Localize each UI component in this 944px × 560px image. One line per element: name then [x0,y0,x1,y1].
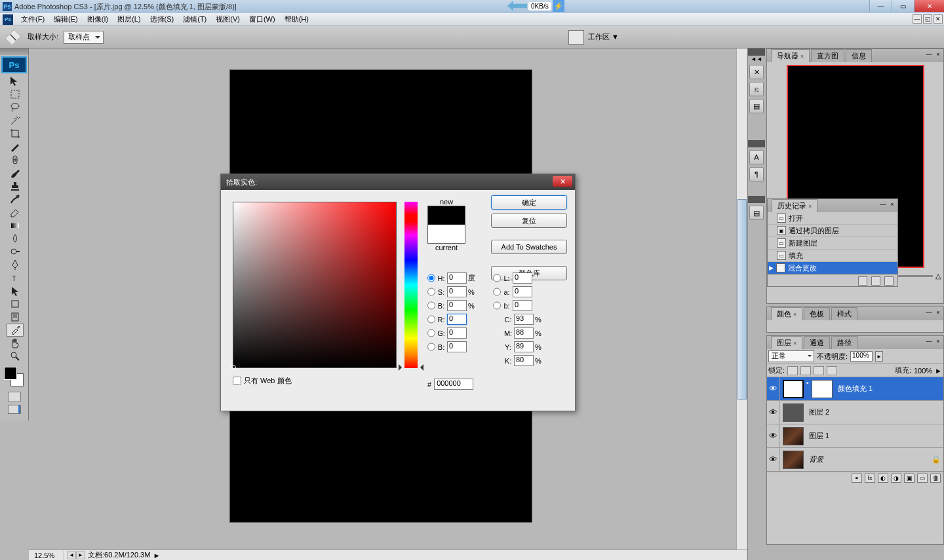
status-menu-arrow[interactable]: ► [153,551,160,559]
wand-tool[interactable] [7,114,24,127]
dock-icon-hist[interactable]: ▤ [749,206,764,220]
stamp-tool[interactable] [7,179,24,193]
layer-row[interactable]: 👁 背景 🔒 [767,448,943,472]
dock-icon-2[interactable]: ⎌ [749,82,764,96]
workspace-dropdown[interactable]: 工作区 ▼ [588,32,619,42]
menu-filter[interactable]: 滤镜(T) [179,13,210,26]
lock-brush-button[interactable] [800,366,811,375]
dock-icon-1[interactable]: ✕ [749,65,764,79]
layer-thumb[interactable] [783,380,804,398]
slice-tool[interactable] [7,140,24,153]
lasso-tool[interactable] [7,101,24,114]
sample-size-dropdown[interactable]: 取样点 [64,31,104,44]
hex-input[interactable]: 000000 [434,379,473,390]
menu-image[interactable]: 图像(I) [83,13,112,26]
history-row[interactable]: ▭新建图层 [768,237,897,250]
layer-row[interactable]: 👁 图层 2 [767,401,943,424]
eraser-tool[interactable] [7,206,24,219]
r-input[interactable]: 0 [447,314,467,325]
trash-button[interactable]: 🗑 [930,474,941,483]
group-button[interactable]: ▣ [904,474,914,483]
dock-icon-para[interactable]: ¶ [749,167,764,181]
notes-tool[interactable] [7,310,24,324]
history-row[interactable]: ▭填充 [768,250,897,262]
brush-tool[interactable] [7,166,24,179]
sv-picker[interactable] [233,202,397,368]
fx-button[interactable]: fx [865,474,875,483]
h-input[interactable]: 0 [447,272,467,284]
hue-arrow-right[interactable] [417,364,423,371]
layer-name[interactable]: 颜色填充 1 [835,384,943,394]
dialog-close-button[interactable]: ✕ [553,176,572,187]
go-bridge-button[interactable] [568,30,584,45]
pen-tool[interactable] [7,258,24,271]
radio-s[interactable] [427,288,435,296]
layer-row[interactable]: 👁 ⚬ 颜色填充 1 [767,377,943,401]
radio-a[interactable] [493,288,501,296]
layer-visibility-icon[interactable]: 👁 [767,377,780,400]
screenmode-button[interactable] [8,405,21,414]
panel-close-icon[interactable]: × [934,50,942,58]
sv-cursor[interactable] [231,365,236,370]
layer-thumb[interactable] [783,451,804,469]
history-trash-button[interactable] [884,276,894,286]
hue-slider[interactable] [404,202,418,368]
tab-histogram[interactable]: 直方图 [811,49,844,62]
history-row[interactable]: ▣通过拷贝的图层 [768,225,897,237]
radio-r[interactable] [427,315,435,324]
mask-thumb[interactable] [812,380,833,398]
menu-layer[interactable]: 图层(L) [113,13,144,26]
cancel-button[interactable]: 复位 [491,214,567,228]
doc-close-button[interactable]: ✕ [934,14,943,24]
gradient-tool[interactable] [7,219,24,232]
menu-edit[interactable]: 编辑(E) [50,13,82,26]
lock-pixel-button[interactable] [787,366,798,375]
marquee-tool[interactable] [7,88,24,101]
minimize-button[interactable]: — [869,0,892,12]
lock-all-button[interactable] [827,366,837,375]
tab-info[interactable]: 信息 [846,49,872,62]
m-input[interactable]: 88 [514,327,534,339]
y-input[interactable]: 89 [514,341,534,352]
radio-lab-b[interactable] [493,301,501,310]
vertical-scrollbar[interactable] [736,48,747,550]
ok-button[interactable]: 确定 [491,195,567,210]
panel-min-icon[interactable]: — [925,50,933,58]
web-only-checkbox[interactable] [233,377,241,385]
doc-restore-button[interactable]: ◱ [923,14,932,24]
bolt-icon[interactable]: ⚡ [553,0,564,12]
fg-color[interactable] [4,367,17,380]
close-button[interactable]: ✕ [914,0,944,12]
c-input[interactable]: 93 [514,314,534,325]
doc-minimize-button[interactable]: — [913,14,922,24]
dialog-titlebar[interactable]: 拾取实色: ✕ [221,174,575,190]
mask-button[interactable]: ◐ [878,474,888,483]
shape-tool[interactable] [7,297,24,310]
type-tool[interactable]: T [7,271,24,284]
ps-menu-icon[interactable]: Ps [3,14,13,25]
history-min-icon[interactable]: — [879,200,887,208]
color-swatch[interactable] [3,367,26,388]
labb-input[interactable]: 0 [513,300,532,311]
l-input[interactable]: 0 [513,272,532,284]
radio-l[interactable] [493,274,501,282]
fill-input[interactable]: 100% [914,367,932,375]
link-button[interactable]: ⚭ [852,474,862,483]
menu-view[interactable]: 视图(V) [212,13,244,26]
radio-h[interactable] [427,274,435,282]
fill-flyout[interactable]: ► [935,367,942,375]
history-brush-tool[interactable] [7,193,24,206]
zoom-in-icon[interactable]: △ [935,272,941,280]
b1-input[interactable]: 0 [447,300,467,311]
k-input[interactable]: 80 [514,355,534,366]
layer-thumb[interactable] [783,403,804,422]
status-arrow-right[interactable]: ► [76,551,85,559]
tab-paths[interactable]: 路径 [831,336,857,349]
dodge-tool[interactable] [7,245,24,258]
dock-collapse-icon[interactable]: ◄◄ [748,56,765,62]
radio-b2[interactable] [427,343,435,351]
layer-name[interactable]: 图层 2 [806,407,943,417]
history-row[interactable]: ▶▤混合更改 [768,262,897,274]
crop-tool[interactable] [7,127,24,140]
new-current-swatch[interactable] [427,206,465,244]
